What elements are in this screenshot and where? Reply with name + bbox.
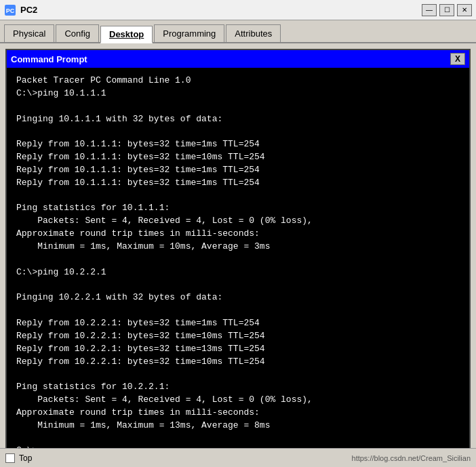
tab-physical[interactable]: Physical bbox=[4, 24, 54, 42]
minimize-button[interactable]: — bbox=[422, 4, 437, 16]
svg-text:PC: PC bbox=[6, 7, 15, 14]
window-controls: — ☐ ✕ bbox=[422, 4, 472, 16]
command-prompt-window: Command Prompt X Packet Tracer PC Comman… bbox=[5, 49, 471, 448]
bottom-left: Top bbox=[5, 453, 32, 463]
top-label: Top bbox=[19, 453, 32, 463]
tab-programming[interactable]: Programming bbox=[154, 24, 224, 42]
app-window: PC PC2 — ☐ ✕ Physical Config Desktop Pro… bbox=[0, 0, 476, 467]
title-bar: PC PC2 — ☐ ✕ bbox=[0, 0, 476, 20]
tab-config[interactable]: Config bbox=[56, 24, 99, 42]
bottom-bar: Top https://blog.csdn.net/Cream_Sicilian bbox=[0, 448, 476, 467]
cmd-body[interactable]: Packet Tracer PC Command Line 1.0 C:\>pi… bbox=[7, 68, 469, 448]
window-title: PC2 bbox=[20, 5, 418, 15]
app-icon: PC bbox=[4, 4, 16, 16]
top-checkbox[interactable] bbox=[5, 453, 15, 463]
cmd-close-button[interactable]: X bbox=[450, 53, 465, 65]
cmd-title: Command Prompt bbox=[11, 54, 87, 64]
tab-bar: Physical Config Desktop Programming Attr… bbox=[0, 20, 476, 43]
close-button[interactable]: ✕ bbox=[457, 4, 472, 16]
tab-attributes[interactable]: Attributes bbox=[226, 24, 281, 42]
tab-desktop[interactable]: Desktop bbox=[100, 26, 153, 43]
bottom-url: https://blog.csdn.net/Cream_Sicilian bbox=[352, 454, 471, 462]
cmd-titlebar: Command Prompt X bbox=[7, 50, 469, 68]
maximize-button[interactable]: ☐ bbox=[439, 4, 454, 16]
content-area: Command Prompt X Packet Tracer PC Comman… bbox=[0, 43, 476, 448]
